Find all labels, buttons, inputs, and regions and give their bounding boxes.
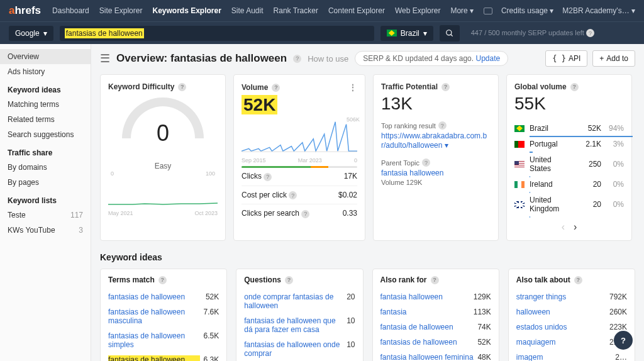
top-ranking-url[interactable]: https://www.abrakadabra.com.br/adulto/ha…	[381, 131, 487, 150]
traffic-card: Traffic Potential? 13K Top ranking resul…	[373, 74, 499, 241]
kd-gauge: 0	[109, 97, 216, 160]
global-volume-card: Global volume? 55K Brazil52K94%Portugal2…	[506, 74, 632, 241]
keyword-input[interactable]: fantasias de halloween	[60, 26, 374, 41]
parent-topic-link[interactable]: fantasia halloween	[381, 169, 443, 177]
volume-chart: 506K Sep 2015Mar 20230	[242, 118, 357, 162]
nav-link[interactable]: Site Explorer	[99, 6, 143, 15]
content-area: ☰ Overview: fantasias de halloween ? How…	[91, 44, 644, 361]
volume-stat-row: Cost per click ?$0.02	[242, 186, 357, 204]
ki-row[interactable]: fantasia halloween129K	[380, 289, 491, 304]
nav-link[interactable]: Dashboard	[52, 6, 89, 15]
sidebar-list-item[interactable]: Teste117	[0, 208, 91, 223]
next-icon[interactable]: ›	[574, 221, 577, 233]
ki-row[interactable]: fantasias de halloween que dá para fazer…	[244, 313, 355, 337]
ki-row[interactable]: fantasia halloween feminina48K	[380, 350, 491, 361]
ki-row[interactable]: halloween260K	[516, 304, 627, 319]
global-country-row: Brazil52K94%	[514, 121, 624, 137]
api-button[interactable]: { }API	[545, 50, 587, 67]
account-menu[interactable]: M2BR Academy's… ▾	[562, 6, 635, 15]
ki-row[interactable]: fantasias de halloween52K	[380, 335, 491, 350]
flag-icon	[514, 125, 525, 132]
search-button[interactable]	[440, 25, 460, 42]
info-icon[interactable]: ?	[178, 83, 186, 91]
ki-column: Terms match ?fantasias de halloween52Kfa…	[100, 269, 227, 361]
svg-point-0	[446, 30, 451, 35]
brand-logo[interactable]: ahrefs	[9, 4, 41, 17]
info-icon[interactable]: ?	[586, 29, 594, 37]
ki-row[interactable]: fantasia113K	[380, 304, 491, 319]
volume-stat-row: Clicks ?17K	[242, 167, 357, 186]
add-to-button[interactable]: +Add to	[592, 50, 635, 67]
sidebar-overview[interactable]: Overview	[0, 49, 91, 64]
sidebar-list-item[interactable]: KWs YouTube3	[0, 223, 91, 238]
monitor-icon[interactable]	[484, 8, 492, 14]
nav-link[interactable]: Site Audit	[231, 6, 264, 15]
flag-icon	[514, 201, 525, 208]
global-country-row: United Kingdom200%	[514, 193, 624, 218]
ki-row[interactable]: fantasia de halloween74K	[380, 319, 491, 335]
info-icon[interactable]: ?	[570, 83, 579, 91]
ki-row[interactable]: estados unidos223K	[516, 319, 627, 335]
help-fab[interactable]: ?	[614, 331, 633, 350]
parent-topic-volume: Volume 129K	[381, 179, 491, 186]
svg-line-1	[450, 34, 452, 36]
kd-trend-chart: May 2021Oct 2023	[108, 197, 218, 222]
ki-row[interactable]: imagem2…	[516, 350, 627, 361]
sub-nav: Google▾ fantasias de halloween Brazil▾ 4…	[0, 21, 644, 44]
volume-card: Volume?⋮ 52K 506K Sep 2015Mar 20230 Clic…	[233, 74, 365, 241]
sidebar-item[interactable]: By domains	[0, 160, 91, 175]
info-icon[interactable]: ?	[272, 84, 280, 92]
nav-right: Credits usage ▾ M2BR Academy's… ▾	[484, 6, 635, 15]
volume-stat-row: Clicks per search ?0.33	[242, 204, 357, 223]
ki-column-title: Also rank for ?	[380, 275, 491, 284]
sidebar-item[interactable]: By pages	[0, 175, 91, 190]
nav-link[interactable]: Rank Tracker	[274, 6, 318, 15]
info-icon[interactable]: ?	[422, 158, 430, 167]
plus-icon: +	[599, 54, 604, 63]
ki-row[interactable]: stranger things792K	[516, 289, 627, 304]
chevron-down-icon: ▾	[43, 29, 47, 38]
ki-column: Also talk about ?stranger things792Khall…	[508, 269, 635, 361]
serp-updates-text: 447 / 500 monthly SERP updates left ?	[471, 29, 594, 38]
volume-value: 52K	[242, 95, 357, 115]
global-country-row: United States2500%	[514, 153, 624, 177]
info-icon[interactable]: ?	[441, 83, 450, 91]
ki-column: Also rank for ?fantasia halloween129Kfan…	[372, 269, 499, 361]
serp-status-pill: SERP & KD updated 4 days ago. Update	[355, 51, 508, 66]
nav-link[interactable]: Keywords Explorer	[152, 6, 221, 15]
serp-update-link[interactable]: Update	[475, 54, 500, 63]
card-menu-icon[interactable]: ⋮	[348, 82, 357, 92]
global-country-row: Portugal2.1K3%	[514, 137, 624, 153]
sidebar-item[interactable]: Related terms	[0, 112, 91, 127]
engine-select[interactable]: Google▾	[9, 26, 53, 41]
sidebar-item[interactable]: Matching terms	[0, 97, 91, 112]
sidebar-ads-history[interactable]: Ads history	[0, 64, 91, 79]
prev-icon[interactable]: ‹	[562, 221, 565, 233]
top-nav: ahrefs DashboardSite ExplorerKeywords Ex…	[0, 0, 644, 21]
how-to-use-link[interactable]: How to use	[308, 54, 348, 64]
ki-row[interactable]: fantasias de halloween feminina6.3K	[108, 352, 219, 361]
nav-link[interactable]: More ▾	[450, 6, 474, 15]
ki-row[interactable]: onde comprar fantasias de halloween20	[244, 289, 355, 313]
nav-link[interactable]: Web Explorer	[395, 6, 440, 15]
sidebar-group-traffic: Traffic share	[0, 142, 91, 160]
ki-row[interactable]: maquiagem212K	[516, 335, 627, 350]
kd-value: 0	[109, 120, 216, 147]
flag-icon	[514, 141, 525, 148]
info-icon[interactable]: ?	[438, 121, 447, 130]
sidebar: Overview Ads history Keyword ideas Match…	[0, 44, 91, 361]
sidebar-group-lists: Keyword lists	[0, 190, 91, 208]
ki-row[interactable]: fantasias de halloween simples6.5K	[108, 328, 219, 352]
ki-row[interactable]: fantasias de halloween masculina7.6K	[108, 304, 219, 328]
ki-row[interactable]: fantasias de halloween52K	[108, 289, 219, 304]
menu-icon[interactable]: ☰	[100, 52, 110, 65]
nav-link[interactable]: Content Explorer	[328, 6, 385, 15]
ki-column-title: Terms match ?	[108, 275, 219, 284]
info-icon[interactable]: ?	[293, 55, 301, 63]
global-country-row: Ireland200%	[514, 177, 624, 193]
sidebar-item[interactable]: Search suggestions	[0, 127, 91, 142]
country-select[interactable]: Brazil▾	[380, 26, 433, 41]
ki-row[interactable]: fantasias de halloween onde comprar10	[244, 337, 355, 361]
ki-column: Questions ?onde comprar fantasias de hal…	[236, 269, 363, 361]
credits-link[interactable]: Credits usage ▾	[501, 6, 553, 15]
